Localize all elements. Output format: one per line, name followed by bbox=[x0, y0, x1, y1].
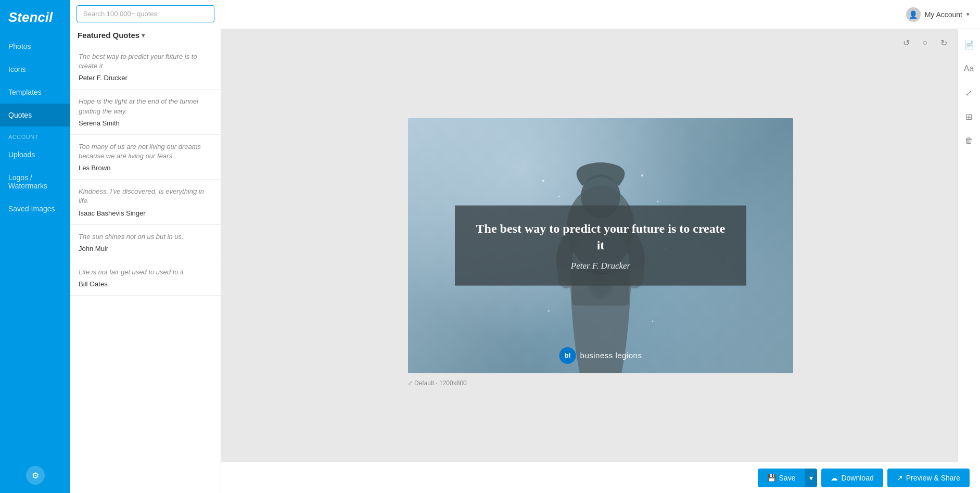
sidebar-item-saved[interactable]: Saved Images bbox=[0, 197, 70, 220]
redo-button[interactable]: ↻ bbox=[936, 35, 951, 50]
canvas-size-label: Default · 1200x800 bbox=[414, 380, 467, 387]
app-logo: Stencil bbox=[8, 9, 53, 26]
main-area: 👤 My Account ▾ ↺ ○ ↻ bbox=[221, 0, 980, 493]
right-toolbar: 📄 Aa ⤢ ⊞ 🗑 bbox=[957, 29, 980, 462]
quote-text: Life is not fair get used to used to it bbox=[79, 268, 212, 277]
quote-text: Kindness, I've discovered, is everything… bbox=[79, 187, 212, 206]
sidebar-item-templates[interactable]: Templates bbox=[0, 81, 70, 104]
featured-header[interactable]: Featured Quotes ▾ bbox=[70, 28, 221, 45]
sidebar-item-icons[interactable]: Icons bbox=[0, 58, 70, 81]
preview-label: Preview & Share bbox=[906, 474, 960, 482]
account-section-label: ACCOUNT bbox=[0, 127, 70, 143]
account-chevron-icon: ▾ bbox=[966, 11, 970, 18]
download-button[interactable]: ☁ Download bbox=[821, 469, 883, 487]
svg-point-9 bbox=[558, 195, 560, 197]
overlay-quote-text: The best way to predict your future is t… bbox=[472, 220, 730, 254]
quote-author: Les Brown bbox=[79, 164, 212, 172]
logo-area: Stencil bbox=[0, 0, 70, 35]
svg-point-14 bbox=[548, 310, 550, 312]
save-button[interactable]: 💾 Save bbox=[758, 469, 805, 487]
share-icon: ↗ bbox=[897, 474, 903, 482]
chevron-down-icon: ▾ bbox=[142, 32, 145, 39]
nav-bottom: ⚙ bbox=[26, 466, 45, 493]
search-area bbox=[70, 0, 221, 28]
list-item[interactable]: The best way to predict your future is t… bbox=[70, 45, 221, 90]
quote-text: The sun shines not on us but in us. bbox=[79, 232, 212, 242]
quote-author: Serena Smith bbox=[79, 119, 212, 127]
quote-author: Bill Gates bbox=[79, 280, 212, 288]
svg-point-15 bbox=[652, 320, 654, 322]
grid-icon[interactable]: ⊞ bbox=[962, 109, 976, 124]
watermark-area: bl business legions bbox=[559, 347, 642, 364]
svg-point-8 bbox=[542, 180, 544, 182]
left-panel: Featured Quotes ▾ The best way to predic… bbox=[70, 0, 221, 493]
watermark-logo-icon: bl bbox=[559, 347, 576, 364]
sidebar-item-uploads[interactable]: Uploads bbox=[0, 143, 70, 166]
list-item[interactable]: The sun shines not on us but in us.John … bbox=[70, 225, 221, 260]
svg-point-11 bbox=[657, 200, 659, 202]
delete-icon[interactable]: 🗑 bbox=[962, 133, 976, 148]
search-input[interactable] bbox=[77, 5, 214, 22]
settings-icon[interactable]: ⚙ bbox=[26, 466, 45, 485]
undo-button[interactable]: ↺ bbox=[899, 35, 913, 50]
save-icon: 💾 bbox=[767, 474, 776, 482]
top-bar: 👤 My Account ▾ bbox=[221, 0, 980, 29]
quote-author: Peter F. Drucker bbox=[79, 74, 212, 82]
download-label: Download bbox=[841, 474, 873, 482]
canvas-controls: ↺ ○ ↻ bbox=[899, 35, 951, 50]
canvas-image: The best way to predict your future is t… bbox=[408, 118, 793, 373]
save-button-group: 💾 Save ▾ bbox=[758, 469, 818, 487]
preview-share-button[interactable]: ↗ Preview & Share bbox=[887, 469, 970, 487]
quotes-list: The best way to predict your future is t… bbox=[70, 45, 221, 493]
featured-label: Featured Quotes bbox=[78, 31, 139, 40]
list-item[interactable]: Hope is the light at the end of the tunn… bbox=[70, 90, 221, 134]
sidebar-item-quotes[interactable]: Quotes bbox=[0, 104, 70, 127]
canvas-wrapper: ↺ ○ ↻ bbox=[221, 29, 980, 462]
resize-canvas-icon[interactable]: ⤢ bbox=[962, 85, 976, 100]
file-icon[interactable]: 📄 bbox=[962, 37, 976, 52]
download-icon: ☁ bbox=[831, 474, 838, 482]
canvas-container: The best way to predict your future is t… bbox=[408, 118, 793, 373]
list-item[interactable]: Kindness, I've discovered, is everything… bbox=[70, 180, 221, 224]
canvas-info: ⤢ Default · 1200x800 bbox=[408, 380, 467, 387]
overlay-author: Peter F. Drucker bbox=[472, 261, 730, 271]
reset-button[interactable]: ○ bbox=[918, 35, 932, 50]
sidebar-item-photos[interactable]: Photos bbox=[0, 35, 70, 58]
save-dropdown-button[interactable]: ▾ bbox=[805, 469, 817, 487]
quote-overlay: The best way to predict your future is t… bbox=[455, 205, 746, 286]
account-label: My Account bbox=[925, 10, 962, 19]
watermark-text: business legions bbox=[580, 351, 642, 360]
text-icon[interactable]: Aa bbox=[962, 61, 976, 76]
quote-text: The best way to predict your future is t… bbox=[79, 52, 212, 71]
sidebar-item-logos[interactable]: Logos / Watermarks bbox=[0, 166, 70, 197]
user-avatar-icon: 👤 bbox=[906, 7, 921, 22]
resize-icon: ⤢ bbox=[408, 380, 412, 386]
list-item[interactable]: Too many of us are not living our dreams… bbox=[70, 135, 221, 180]
account-area[interactable]: 👤 My Account ▾ bbox=[906, 7, 970, 22]
quote-text: Hope is the light at the end of the tunn… bbox=[79, 97, 212, 116]
list-item[interactable]: Life is not fair get used to used to itB… bbox=[70, 260, 221, 296]
quote-author: Isaac Bashevis Singer bbox=[79, 209, 212, 217]
sidebar: Stencil Photos Icons Templates Quotes AC… bbox=[0, 0, 70, 493]
svg-point-10 bbox=[641, 174, 643, 176]
quote-text: Too many of us are not living our dreams… bbox=[79, 142, 212, 161]
quote-author: John Muir bbox=[79, 245, 212, 252]
save-label: Save bbox=[779, 474, 796, 482]
bottom-bar: 💾 Save ▾ ☁ Download ↗ Preview & Share bbox=[221, 462, 980, 493]
